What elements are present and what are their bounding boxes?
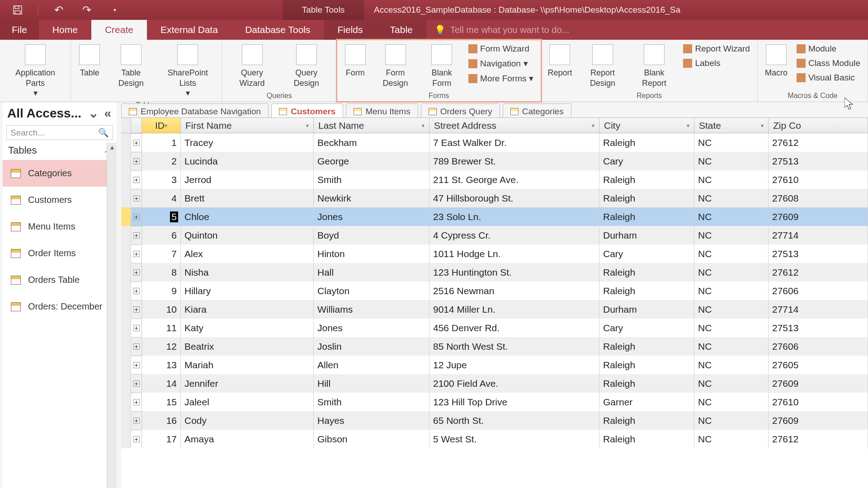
cell-zip[interactable]: 27606 [769, 282, 868, 300]
table-row[interactable]: +8NishaHall123 Huntington St.RaleighNC27… [121, 263, 868, 282]
report-design-button[interactable]: Report Design [577, 42, 627, 90]
cell-first-name[interactable]: Mariah [181, 356, 314, 374]
chevron-down-icon[interactable]: ▾ [761, 122, 764, 129]
expand-toggle[interactable]: + [131, 393, 142, 411]
row-selector[interactable] [121, 244, 131, 263]
cell-last-name[interactable]: Hinton [314, 244, 429, 263]
cell-first-name[interactable]: Jennifer [181, 374, 314, 393]
row-selector[interactable] [121, 170, 131, 189]
cell-state[interactable]: NC [694, 189, 769, 207]
nav-pane-dropdown-icon[interactable]: ⌄ [88, 106, 99, 121]
object-tab[interactable]: Menu Items [346, 103, 418, 119]
cell-last-name[interactable]: Allen [314, 356, 429, 374]
blank-form-button[interactable]: Blank Form [421, 42, 462, 90]
table-row[interactable]: +6QuintonBoyd4 Cypress Cr.DurhamNC27714 [121, 226, 868, 244]
cell-city[interactable]: Raleigh [599, 356, 694, 374]
expand-toggle[interactable]: + [131, 189, 142, 207]
table-row[interactable]: +4BrettNewkirk47 Hillsborough St.Raleigh… [121, 189, 868, 207]
cell-first-name[interactable]: Kiara [181, 300, 314, 319]
nav-section-tables[interactable]: Tables ︽ [3, 141, 117, 160]
object-tab[interactable]: Employee Database Navigation [121, 103, 269, 119]
table-row[interactable]: +9HillaryClayton2516 NewmanRaleighNC2760… [121, 282, 868, 300]
cell-last-name[interactable]: Beckham [314, 133, 429, 152]
chevron-down-icon[interactable]: ▾ [592, 122, 594, 129]
table-row[interactable]: +16CodyHayes65 North St.RaleighNC27609 [121, 411, 868, 430]
cell-id[interactable]: 14 [142, 374, 181, 393]
cell-city[interactable]: Raleigh [599, 282, 694, 300]
cell-first-name[interactable]: Amaya [181, 430, 314, 448]
table-row[interactable]: +13MariahAllen12 JupeRaleighNC27605 [121, 356, 868, 374]
cell-state[interactable]: NC [694, 282, 769, 300]
expand-toggle[interactable]: + [131, 300, 142, 319]
more-forms-button[interactable]: More Forms ▾ [466, 72, 536, 85]
row-selector[interactable] [121, 411, 131, 430]
row-selector[interactable] [121, 133, 131, 152]
table-row[interactable]: +5ChloeJones23 Solo Ln.RaleighNC27609 [121, 207, 868, 226]
cell-state[interactable]: NC [694, 337, 769, 356]
cell-street-address[interactable]: 7 East Walker Dr. [429, 133, 599, 152]
form-design-button[interactable]: Form Design [373, 42, 418, 90]
cell-last-name[interactable]: Gibson [314, 430, 429, 448]
column-id[interactable]: ID▾ [142, 118, 181, 133]
undo-button[interactable]: ↶ [51, 2, 66, 18]
cell-first-name[interactable]: Hillary [181, 282, 314, 300]
nav-scrollbar[interactable]: ▴ [107, 143, 117, 488]
nav-item[interactable]: Order Items [3, 240, 116, 267]
redo-button[interactable]: ↷ [79, 2, 94, 18]
row-selector[interactable] [121, 226, 131, 244]
cell-id[interactable]: 16 [142, 411, 181, 430]
expand-toggle[interactable]: + [131, 282, 142, 300]
nav-item[interactable]: Customers [3, 187, 116, 213]
cell-state[interactable]: NC [694, 133, 769, 152]
cell-zip[interactable]: 27612 [769, 263, 868, 282]
cell-street-address[interactable]: 9014 Miller Ln. [429, 300, 599, 319]
row-selector[interactable] [121, 207, 131, 226]
query-design-button[interactable]: Query Design [281, 42, 332, 90]
labels-button[interactable]: Labels [680, 57, 752, 70]
cell-id[interactable]: 6 [142, 226, 181, 244]
cell-city[interactable]: Raleigh [599, 207, 694, 226]
cell-street-address[interactable]: 4 Cypress Cr. [429, 226, 599, 244]
tab-create[interactable]: Create [91, 20, 147, 40]
cell-state[interactable]: NC [694, 263, 769, 282]
cell-city[interactable]: Raleigh [599, 337, 694, 356]
cell-city[interactable]: Raleigh [599, 263, 694, 282]
select-all-corner[interactable] [121, 118, 131, 133]
cell-street-address[interactable]: 2516 Newman [429, 282, 599, 300]
cell-state[interactable]: NC [694, 244, 769, 263]
nav-item[interactable]: Menu Items [3, 213, 116, 240]
cell-first-name[interactable]: Tracey [181, 133, 314, 152]
cell-first-name[interactable]: Nisha [181, 263, 314, 282]
nav-search[interactable]: Search... 🔍 [6, 125, 113, 140]
nav-item[interactable]: Orders Table [3, 267, 116, 293]
row-selector[interactable] [121, 393, 131, 411]
cell-street-address[interactable]: 211 St. George Ave. [429, 170, 599, 189]
cell-city[interactable]: Raleigh [599, 170, 694, 189]
cell-zip[interactable]: 27612 [769, 133, 868, 152]
cell-street-address[interactable]: 47 Hillsborough St. [429, 189, 599, 207]
table-row[interactable]: +14JenniferHill2100 Field Ave.RaleighNC2… [121, 374, 868, 393]
cell-state[interactable]: NC [694, 207, 769, 226]
cell-id[interactable]: 15 [142, 393, 181, 411]
cell-state[interactable]: NC [694, 430, 769, 448]
cell-first-name[interactable]: Jaleel [181, 393, 314, 411]
cell-zip[interactable]: 27513 [769, 244, 868, 263]
cell-zip[interactable]: 27609 [769, 411, 868, 430]
cell-zip[interactable]: 27714 [769, 226, 868, 244]
row-selector[interactable] [121, 189, 131, 207]
cell-street-address[interactable]: 12 Jupe [429, 356, 599, 374]
row-selector[interactable] [121, 430, 131, 448]
column-first-name[interactable]: First Name▾ [181, 118, 314, 133]
tab-home[interactable]: Home [39, 20, 91, 40]
application-parts-button[interactable]: Application Parts ▾ [5, 42, 66, 100]
cell-city[interactable]: Raleigh [599, 133, 694, 152]
nav-pane-collapse-icon[interactable]: « [104, 106, 111, 121]
cell-id[interactable]: 13 [142, 356, 181, 374]
cell-zip[interactable]: 27608 [769, 189, 868, 207]
cell-city[interactable]: Durham [599, 300, 694, 319]
cell-last-name[interactable]: Williams [314, 300, 429, 319]
scroll-up-icon[interactable]: ▴ [107, 143, 117, 151]
cell-last-name[interactable]: Hill [314, 374, 429, 393]
form-button[interactable]: Form [341, 42, 369, 80]
row-selector[interactable] [121, 282, 131, 300]
